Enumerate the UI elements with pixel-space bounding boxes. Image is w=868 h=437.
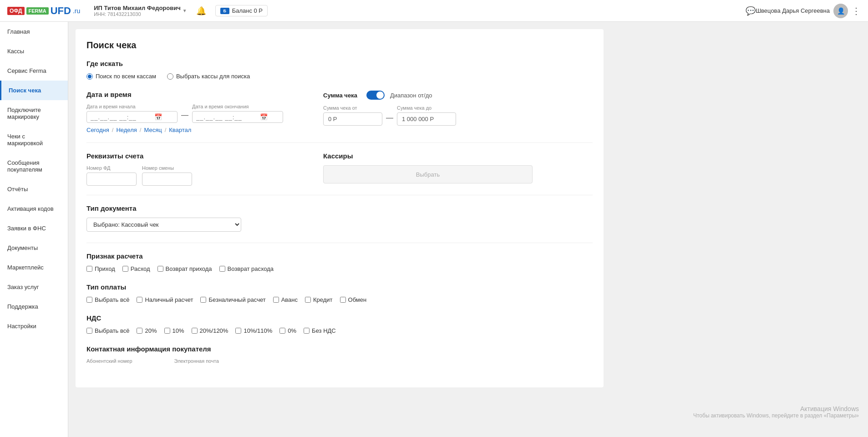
radio-all-cashiers-input[interactable]: [86, 73, 93, 80]
calendar-end-icon[interactable]: 📅: [260, 113, 268, 121]
sidebar-item-settings[interactable]: Настройки: [0, 316, 68, 336]
vat-10[interactable]: 10%: [164, 327, 184, 334]
dots-menu-icon[interactable]: ⋮: [852, 5, 861, 16]
vat-10-110[interactable]: 10%/110%: [235, 327, 272, 334]
sign-return-expense[interactable]: Возврат расхода: [219, 265, 274, 272]
sidebar-item-receipt-search[interactable]: Поиск чека: [0, 81, 68, 100]
vat-10-input[interactable]: [164, 328, 170, 334]
sidebar-item-marked-checks[interactable]: Чеки с маркировкой: [0, 127, 68, 153]
ptype-exchange[interactable]: Обмен: [340, 296, 367, 303]
ptype-cash-input[interactable]: [137, 297, 142, 303]
vat-20-input[interactable]: [137, 328, 142, 334]
sidebar-item-marking[interactable]: Подключите маркировку: [0, 100, 68, 127]
contact-fields: Абонентский номер Электронная почта: [86, 358, 593, 366]
company-dropdown-arrow[interactable]: ▼: [183, 8, 187, 13]
ptype-cash[interactable]: Наличный расчет: [137, 296, 193, 303]
win-activation-title: Активация Windows: [693, 405, 859, 412]
shortcut-week[interactable]: Неделя: [116, 127, 137, 133]
ptype-credit[interactable]: Кредит: [305, 296, 333, 303]
sidebar-item-ferma[interactable]: Сервис Ferma: [0, 61, 68, 81]
logo-ofd: ОФД: [7, 7, 25, 15]
vat-select-all-input[interactable]: [86, 328, 92, 334]
sign-expense[interactable]: Расход: [122, 265, 150, 272]
shortcut-quarter[interactable]: Квартал: [169, 127, 191, 133]
radio-all-cashiers[interactable]: Поиск по всем кассам: [86, 73, 156, 80]
sign-return-expense-input[interactable]: [219, 266, 225, 272]
account-title: Реквизиты счета: [86, 152, 305, 160]
sidebar-item-messages[interactable]: Сообщения покупателям: [0, 153, 68, 179]
ptype-credit-input[interactable]: [305, 297, 311, 303]
radio-select-cashiers-input[interactable]: [167, 73, 173, 80]
ptype-exchange-input[interactable]: [340, 297, 346, 303]
sidebar-item-reports[interactable]: Отчёты: [0, 179, 68, 199]
calendar-start-icon[interactable]: 📅: [154, 113, 162, 121]
cashiers-title: Кассиры: [323, 152, 593, 160]
vat-20-120[interactable]: 20%/120%: [192, 327, 228, 334]
vat-10-110-input[interactable]: [235, 328, 241, 334]
datetime-end-input[interactable]: [196, 114, 260, 121]
sidebar-item-cashiers[interactable]: Кассы: [0, 41, 68, 61]
sidebar-item-support[interactable]: Поддержка: [0, 297, 68, 316]
sidebar-item-documents[interactable]: Документы: [0, 238, 68, 258]
sign-income[interactable]: Приход: [86, 265, 115, 272]
vat-select-all[interactable]: Выбрать всё: [86, 327, 129, 334]
ptype-cash-label: Наличный расчет: [145, 296, 193, 303]
doc-type-select[interactable]: Выбрано: Кассовый чек: [86, 218, 241, 232]
ptype-advance-label: Аванс: [281, 296, 298, 303]
sidebar-item-fns[interactable]: Заявки в ФНС: [0, 218, 68, 238]
datetime-start-input[interactable]: [91, 114, 154, 121]
ptype-select-all-input[interactable]: [86, 297, 92, 303]
sidebar-item-activation[interactable]: Активация кодов: [0, 199, 68, 218]
datetime-amount-row: Дата и время Дата и время начала 📅 — Дат…: [86, 91, 593, 133]
sign-return-income-input[interactable]: [157, 266, 163, 272]
cashiers-button-label: Выбрать: [416, 171, 440, 178]
fd-input[interactable]: [86, 173, 137, 186]
balance-area[interactable]: Б Баланс 0 Р: [215, 5, 268, 16]
payment-type-section: Тип оплаты Выбрать всё Наличный расчет Б…: [86, 283, 593, 303]
ptype-advance[interactable]: Аванс: [273, 296, 298, 303]
vat-none-input[interactable]: [304, 328, 310, 334]
cashiers-section: Кассиры Выбрать: [323, 152, 593, 186]
logo-area: ОФД FERMA UFD.ru: [7, 6, 80, 16]
shortcut-today[interactable]: Сегодня: [86, 127, 109, 133]
radio-select-cashiers[interactable]: Выбрать кассы для поиска: [167, 73, 250, 80]
amount-toggle[interactable]: [366, 91, 385, 100]
sign-return-income[interactable]: Возврат прихода: [157, 265, 212, 272]
ptype-cashless-input[interactable]: [200, 297, 206, 303]
vat-0-input[interactable]: [279, 328, 285, 334]
user-area[interactable]: Швецова Дарья Сергеевна 👤: [756, 4, 848, 18]
shift-input[interactable]: [142, 173, 192, 186]
whatsapp-icon[interactable]: 💬: [746, 6, 756, 16]
vat-10-label: 10%: [173, 327, 184, 334]
vat-none[interactable]: Без НДС: [304, 327, 336, 334]
contact-title: Контактная информация покупателя: [86, 345, 593, 353]
sidebar-item-marketplace[interactable]: Маркетплейс: [0, 258, 68, 277]
vat-20[interactable]: 20%: [137, 327, 157, 334]
doc-type-section: Тип документа Выбрано: Кассовый чек: [86, 204, 593, 232]
sidebar-item-home[interactable]: Главная: [0, 22, 68, 41]
account-fields: Номер ФД Номер смены: [86, 165, 305, 186]
sidebar-item-order-services[interactable]: Заказ услуг: [0, 277, 68, 297]
vat-20-120-input[interactable]: [192, 328, 198, 334]
sign-expense-input[interactable]: [122, 266, 128, 272]
notification-bell-icon[interactable]: 🔔: [196, 6, 206, 16]
payment-sign-group: Приход Расход Возврат прихода Возврат ра…: [86, 265, 593, 272]
sign-income-input[interactable]: [86, 266, 92, 272]
ptype-cashless[interactable]: Безналичный расчет: [200, 296, 265, 303]
amount-from-input[interactable]: [323, 112, 382, 126]
ptype-cashless-label: Безналичный расчет: [208, 296, 265, 303]
account-cashiers-row: Реквизиты счета Номер ФД Номер смены Кас: [86, 152, 593, 186]
shortcut-month[interactable]: Месяц: [144, 127, 162, 133]
email-label: Электронная почта: [174, 358, 219, 364]
vat-0[interactable]: 0%: [279, 327, 296, 334]
radio-all-cashiers-label: Поиск по всем кассам: [96, 73, 156, 80]
date-shortcuts: Сегодня / Неделя / Месяц / Квартал: [86, 127, 305, 133]
amount-inputs: Сумма чека от — Сумма чека до: [323, 105, 593, 126]
ptype-advance-input[interactable]: [273, 297, 279, 303]
cashiers-select-button[interactable]: Выбрать: [323, 165, 533, 183]
sign-expense-label: Расход: [131, 265, 150, 272]
company-inn: ИНН: 781432213030: [94, 11, 181, 17]
contact-section: Контактная информация покупателя Абонент…: [86, 345, 593, 366]
ptype-select-all[interactable]: Выбрать всё: [86, 296, 129, 303]
amount-to-input[interactable]: [397, 112, 456, 126]
